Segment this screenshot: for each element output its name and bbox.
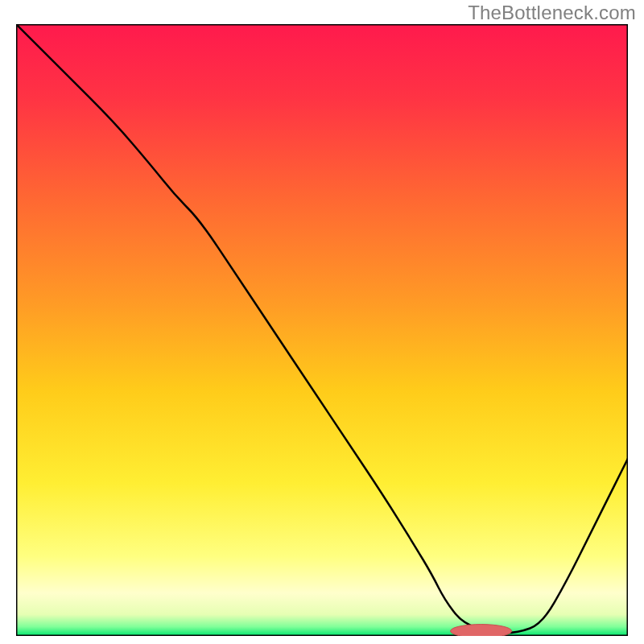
- attribution-label: TheBottleneck.com: [468, 2, 636, 24]
- bottleneck-chart: [16, 24, 628, 636]
- chart-stage: TheBottleneck.com: [0, 0, 644, 644]
- plot-area: [16, 24, 628, 636]
- optimal-range-marker: [451, 625, 512, 636]
